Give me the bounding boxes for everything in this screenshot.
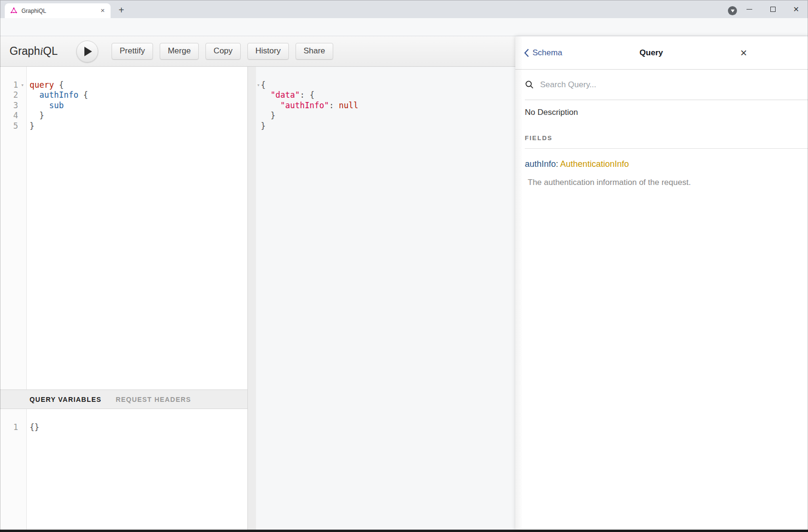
chevron-down-icon xyxy=(731,10,735,12)
tab-close-icon[interactable]: × xyxy=(99,7,107,15)
variables-editor[interactable]: 1{} xyxy=(0,409,247,530)
variables-tab-bar: QUERY VARIABLES REQUEST HEADERS xyxy=(0,389,247,409)
fold-gutter xyxy=(18,111,27,121)
window-maximize-button[interactable] xyxy=(762,0,784,18)
code-text: } xyxy=(261,111,276,121)
code-text: } xyxy=(27,111,44,121)
code-line: "authInfo": null xyxy=(256,101,515,111)
code-text: } xyxy=(261,121,266,131)
tab-title: GraphiQL xyxy=(21,8,99,14)
code-line: 5} xyxy=(0,121,247,131)
doc-explorer-content: No Description FIELDS authInfo: Authenti… xyxy=(515,100,808,187)
merge-button[interactable]: Merge xyxy=(160,43,199,60)
field-entry: authInfo: AuthenticationInfo xyxy=(525,159,798,169)
fields-section-header: FIELDS xyxy=(525,134,808,149)
fold-arrow-icon[interactable]: ▾ xyxy=(256,80,261,90)
result-viewer[interactable]: ▾{ "data": { "authInfo": null }} xyxy=(256,67,515,530)
doc-explorer-header: Schema Query × xyxy=(515,36,808,70)
code-line: 4 } xyxy=(0,111,247,121)
line-number: 4 xyxy=(0,111,18,121)
fold-gutter xyxy=(18,422,27,432)
code-line: ▾{ xyxy=(256,80,515,90)
tab-query-variables[interactable]: QUERY VARIABLES xyxy=(30,396,102,403)
copy-button[interactable]: Copy xyxy=(205,43,241,60)
doc-search-row xyxy=(525,70,808,100)
new-tab-button[interactable]: + xyxy=(115,4,128,17)
doc-explorer-close-button[interactable]: × xyxy=(740,48,747,58)
execute-query-button[interactable] xyxy=(76,41,98,62)
code-line: 1{} xyxy=(0,422,247,432)
code-line: 3 sub xyxy=(0,101,247,111)
line-number: 3 xyxy=(0,101,18,111)
close-icon: × xyxy=(793,5,799,13)
fold-gutter xyxy=(256,90,261,100)
fold-gutter xyxy=(18,101,27,111)
graphiql-topbar: GraphiQL Prettify Merge Copy History Sha… xyxy=(0,36,515,67)
doc-back-link[interactable]: Schema xyxy=(524,48,562,58)
code-text: authInfo { xyxy=(27,90,88,100)
line-number: 2 xyxy=(0,90,18,100)
field-description: The authentication information of the re… xyxy=(525,178,798,187)
line-number: 1 xyxy=(0,422,18,432)
code-line: } xyxy=(256,111,515,121)
maximize-icon xyxy=(770,7,776,12)
search-icon xyxy=(525,80,534,90)
fold-arrow-icon[interactable]: ▾ xyxy=(18,80,27,90)
fold-gutter xyxy=(256,111,261,121)
code-text: {} xyxy=(27,422,39,432)
doc-explorer-panel: Schema Query × No Description FIELDS aut… xyxy=(515,36,808,530)
code-text: query { xyxy=(27,80,64,90)
code-text: "data": { xyxy=(261,90,315,100)
fold-gutter xyxy=(256,121,261,131)
minimize-icon xyxy=(747,9,752,10)
code-line: "data": { xyxy=(256,90,515,100)
tab-request-headers[interactable]: REQUEST HEADERS xyxy=(116,396,191,403)
code-text: } xyxy=(27,121,34,131)
line-number: 1 xyxy=(0,80,18,90)
code-text: "authInfo": null xyxy=(261,101,358,111)
doc-search-input[interactable] xyxy=(539,80,744,90)
share-button[interactable]: Share xyxy=(296,43,333,60)
code-line: 1▾query { xyxy=(0,80,247,90)
chrome-update-icon[interactable] xyxy=(728,6,737,15)
code-line: } xyxy=(256,121,515,131)
graphiql-logo: GraphiQL xyxy=(10,45,58,58)
window-minimize-button[interactable] xyxy=(738,0,760,18)
field-name-link[interactable]: authInfo xyxy=(525,159,556,169)
fold-gutter xyxy=(18,121,27,131)
tab-strip: GraphiQL × + × xyxy=(0,0,808,18)
prettify-button[interactable]: Prettify xyxy=(112,43,153,60)
code-text: sub xyxy=(27,101,64,111)
code-line: 2 authInfo { xyxy=(0,90,247,100)
graphql-favicon xyxy=(10,7,18,15)
browser-tab-graphiql[interactable]: GraphiQL × xyxy=(5,3,111,18)
graphiql-toolbar-buttons: Prettify Merge Copy History Share xyxy=(112,43,333,60)
type-name-link[interactable]: AuthenticationInfo xyxy=(560,159,629,169)
type-description: No Description xyxy=(525,108,798,117)
chevron-left-icon xyxy=(524,49,529,57)
taskbar-edge xyxy=(0,530,808,532)
query-editor[interactable]: 1▾query {2 authInfo {3 sub4 }5} xyxy=(0,67,247,389)
doc-explorer-title: Query xyxy=(562,48,740,58)
code-text: { xyxy=(261,80,266,90)
line-number: 5 xyxy=(0,121,18,131)
window-close-button[interactable]: × xyxy=(785,0,807,18)
fold-gutter xyxy=(18,90,27,100)
browser-window: { "browser": { "tab_title": "GraphiQL", … xyxy=(0,0,808,532)
doc-back-label: Schema xyxy=(532,48,562,58)
browser-toolbar: ← → i localhost:3000/graphql P xyxy=(0,18,808,36)
play-icon xyxy=(84,47,92,56)
history-button[interactable]: History xyxy=(247,43,289,60)
fold-gutter xyxy=(256,101,261,111)
pane-resize-handle[interactable] xyxy=(247,67,256,530)
